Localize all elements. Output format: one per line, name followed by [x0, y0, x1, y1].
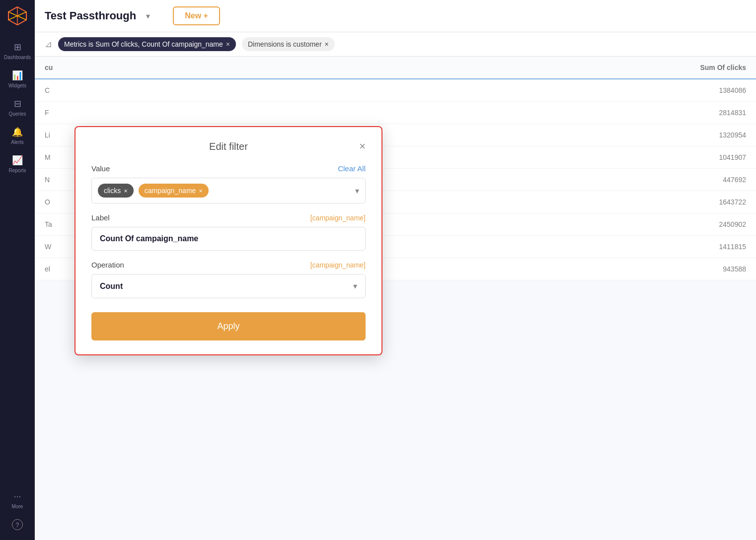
edit-filter-modal: Edit filter × Value Clear All clicks × c… — [75, 126, 382, 355]
alerts-icon: 🔔 — [12, 127, 23, 137]
sidebar-item-widgets-label: Widgets — [8, 83, 26, 88]
app-container: ⊞ Dashboards 📊 Widgets ⊟ Queries 🔔 Alert… — [0, 0, 756, 540]
sidebar-item-dashboards[interactable]: ⊞ Dashboards — [0, 37, 35, 65]
metrics-filter-chip[interactable]: Metrics is Sum Of clicks, Count Of campa… — [58, 37, 236, 51]
metrics-filter-close-icon[interactable]: × — [226, 40, 230, 48]
label-input[interactable] — [91, 227, 366, 251]
sidebar-item-reports[interactable]: 📈 Reports — [0, 150, 35, 178]
sidebar-item-widgets[interactable]: 📊 Widgets — [0, 65, 35, 93]
sidebar-item-more[interactable]: ··· More — [12, 486, 23, 514]
operation-select-value: Count — [100, 282, 123, 291]
dimensions-filter-chip[interactable]: Dimensions is customer × — [242, 37, 335, 51]
sidebar: ⊞ Dashboards 📊 Widgets ⊟ Queries 🔔 Alert… — [0, 0, 35, 540]
modal-header: Edit filter × — [91, 141, 366, 152]
tag-chip-clicks: clicks × — [98, 184, 134, 198]
sidebar-item-queries-label: Queries — [8, 111, 26, 117]
apply-button[interactable]: Apply — [91, 312, 366, 340]
tag-campaign-label: campaign_name — [145, 187, 196, 195]
reports-icon: 📈 — [12, 155, 23, 166]
widgets-icon: 📊 — [12, 70, 23, 81]
tag-clicks-remove-icon[interactable]: × — [124, 187, 128, 195]
value-label: Value — [91, 164, 110, 173]
filter-bar: ⊿ Metrics is Sum Of clicks, Count Of cam… — [35, 32, 756, 57]
more-icon: ··· — [13, 491, 21, 502]
operation-label: Operation — [91, 261, 124, 269]
operation-hint: [campaign_name] — [310, 261, 366, 269]
operation-select-chevron-icon: ▾ — [353, 281, 357, 291]
queries-icon: ⊟ — [14, 98, 21, 109]
metrics-filter-label: Metrics is Sum Of clicks, Count Of campa… — [64, 40, 223, 48]
value-selector-chevron-icon[interactable]: ▾ — [355, 186, 359, 196]
sidebar-item-reports-label: Reports — [8, 168, 26, 173]
label-text: Label — [91, 213, 110, 222]
sidebar-item-help[interactable]: ? — [12, 514, 23, 535]
sidebar-item-queries[interactable]: ⊟ Queries — [0, 93, 35, 122]
tag-chip-campaign-name: campaign_name × — [139, 184, 209, 198]
dimensions-filter-label: Dimensions is customer — [248, 40, 322, 48]
label-hint: [campaign_name] — [310, 214, 366, 222]
operation-section: Operation [campaign_name] Count ▾ — [91, 261, 366, 298]
top-bar: Test Passthrough ▾ New + — [35, 0, 756, 32]
dimensions-filter-close-icon[interactable]: × — [325, 40, 329, 48]
operation-section-header: Operation [campaign_name] — [91, 261, 366, 269]
dashboards-icon: ⊞ — [14, 42, 21, 53]
sidebar-item-more-label: More — [12, 504, 23, 509]
tag-clicks-label: clicks — [104, 187, 121, 195]
title-chevron-icon[interactable]: ▾ — [146, 11, 150, 21]
page-title: Test Passthrough — [45, 9, 136, 22]
sidebar-bottom: ··· More ? — [12, 486, 23, 535]
modal-title: Edit filter — [209, 141, 248, 152]
operation-select[interactable]: Count ▾ — [91, 274, 366, 298]
new-button[interactable]: New + — [173, 6, 220, 25]
tag-campaign-remove-icon[interactable]: × — [199, 187, 203, 195]
value-section-header: Value Clear All — [91, 164, 366, 173]
clear-all-link[interactable]: Clear All — [338, 164, 366, 173]
logo — [6, 5, 28, 27]
label-section-header: Label [campaign_name] — [91, 213, 366, 222]
table-area: cu Sum Of clicks C 1384086 F 2814831 Li … — [35, 57, 756, 540]
sidebar-item-alerts-label: Alerts — [11, 139, 24, 145]
help-icon: ? — [12, 519, 23, 530]
modal-close-button[interactable]: × — [359, 141, 366, 152]
value-selector[interactable]: clicks × campaign_name × ▾ — [91, 178, 366, 203]
label-section: Label [campaign_name] — [91, 213, 366, 251]
sidebar-item-dashboards-label: Dashboards — [4, 55, 31, 60]
sidebar-item-alerts[interactable]: 🔔 Alerts — [0, 122, 35, 150]
filter-icon: ⊿ — [45, 39, 52, 50]
main-content: Test Passthrough ▾ New + ⊿ Metrics is Su… — [35, 0, 756, 540]
